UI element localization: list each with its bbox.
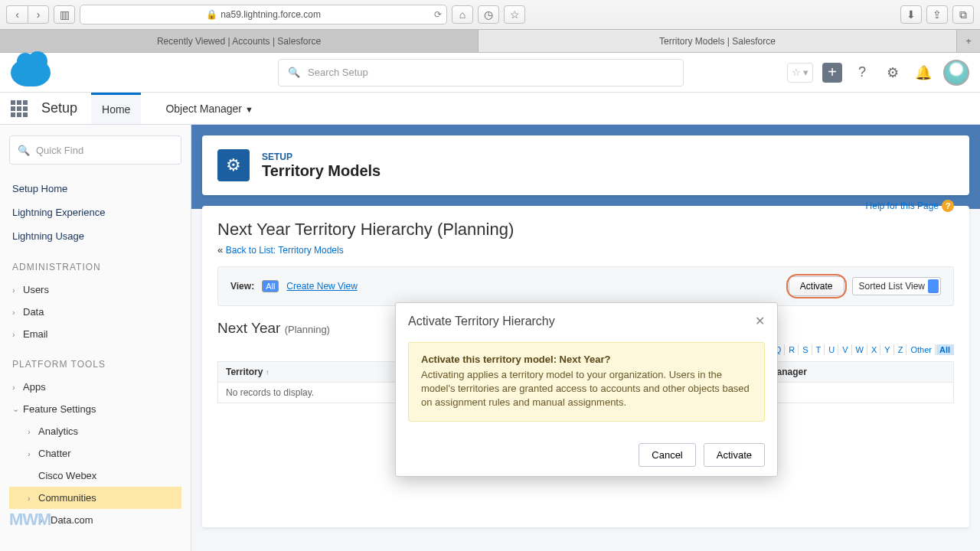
sidebar-item-communities[interactable]: ›Communities xyxy=(9,487,181,509)
chevron-right-icon: › xyxy=(12,285,23,295)
sidebar-item-analytics[interactable]: ›Analytics xyxy=(9,420,181,442)
lock-icon: 🔒 xyxy=(206,9,217,20)
back-link-row: « Back to List: Territory Models xyxy=(217,244,954,256)
chevron-right-icon: › xyxy=(12,383,23,392)
setup-sidebar: 🔍 Quick Find Setup Home Lightning Experi… xyxy=(0,125,191,551)
sidebar-section-platform-tools: PLATFORM TOOLS xyxy=(12,359,178,370)
modal-warning-title: Activate this territory model: Next Year… xyxy=(421,354,752,365)
browser-tabs-button[interactable]: ⧉ xyxy=(952,5,974,24)
sidebar-link-lightning-experience[interactable]: Lightning Experience xyxy=(9,201,181,224)
record-title: Next Year Territory Hierarchy (Planning) xyxy=(217,220,954,240)
url-text: na59.lightning.force.com xyxy=(220,9,321,20)
browser-history-button[interactable]: ◷ xyxy=(478,5,499,24)
chevron-right-icon: › xyxy=(28,494,38,503)
alpha-index-item[interactable]: Y xyxy=(881,344,893,355)
notifications-bell-icon[interactable]: 🔔 xyxy=(913,62,934,83)
global-search-input[interactable]: 🔍 Search Setup xyxy=(278,59,684,86)
browser-bookmark-button[interactable]: ☆ xyxy=(504,5,525,24)
help-icon: ? xyxy=(942,200,954,212)
alpha-index-item[interactable]: Z xyxy=(895,344,907,355)
chevron-right-icon: › xyxy=(28,427,38,436)
alpha-index-item[interactable]: W xyxy=(853,344,867,355)
sidebar-item-cisco-webex[interactable]: Cisco Webex xyxy=(9,465,181,487)
modal-title: Activate Territory Hierarchy xyxy=(408,315,555,328)
nav-tab-home[interactable]: Home xyxy=(91,93,141,124)
alpha-index-item[interactable]: V xyxy=(839,344,851,355)
sidebar-item-email[interactable]: ›Email xyxy=(9,323,181,345)
sorted-list-view-select[interactable]: Sorted List View xyxy=(852,277,942,295)
view-toolbar: View: All Create New View Run Assignment… xyxy=(217,266,954,306)
alpha-index-item[interactable]: All xyxy=(936,344,954,355)
sidebar-item-apps[interactable]: ›Apps xyxy=(9,376,181,398)
app-launcher-icon[interactable] xyxy=(11,100,28,117)
back-to-list-link[interactable]: Back to List: Territory Models xyxy=(226,245,344,256)
setup-gear-icon[interactable]: ⚙ xyxy=(882,62,903,83)
sidebar-item-users[interactable]: ›Users xyxy=(9,279,181,301)
browser-nav-back-forward: ‹ › xyxy=(6,5,49,24)
sidebar-item-chatter[interactable]: ›Chatter xyxy=(9,442,181,465)
table-col-manager[interactable]: Manager xyxy=(762,362,954,383)
salesforce-logo-icon[interactable] xyxy=(11,59,51,86)
sidebar-section-administration: ADMINISTRATION xyxy=(12,262,178,272)
sidebar-item-data[interactable]: ›Data xyxy=(9,301,181,323)
alpha-index-item[interactable]: U xyxy=(825,344,838,355)
browser-downloads-button[interactable]: ⬇ xyxy=(900,5,922,24)
reload-icon[interactable]: ⟳ xyxy=(434,9,442,20)
quick-find-input[interactable]: 🔍 Quick Find xyxy=(9,135,181,165)
chevron-down-icon: ▼ xyxy=(245,105,253,114)
browser-tab[interactable]: Recently Viewed | Accounts | Salesforce xyxy=(0,30,479,52)
browser-sidebar-button[interactable]: ▥ xyxy=(54,5,75,24)
context-title: Setup xyxy=(41,100,77,116)
sidebar-item-feature-settings[interactable]: ⌄Feature Settings xyxy=(9,398,181,420)
activate-territory-modal: Activate Territory Hierarchy ✕ Activate … xyxy=(395,302,778,477)
alpha-index-item[interactable]: X xyxy=(868,344,880,355)
alpha-index-item[interactable]: R xyxy=(786,344,799,355)
view-select[interactable]: All xyxy=(262,280,279,292)
alpha-index-item[interactable]: T xyxy=(813,344,825,355)
sort-asc-icon: ↑ xyxy=(266,368,270,377)
global-header: 🔍 Search Setup ☆ ▾ + ? ⚙ 🔔 xyxy=(0,53,980,93)
modal-close-button[interactable]: ✕ xyxy=(755,314,765,328)
chevron-right-icon: › xyxy=(28,449,38,458)
chevron-right-icon: › xyxy=(12,330,23,339)
sidebar-link-setup-home[interactable]: Setup Home xyxy=(9,177,181,201)
context-nav-bar: Setup Home Object Manager▼ xyxy=(0,93,980,125)
browser-url-bar[interactable]: 🔒 na59.lightning.force.com ⟳ xyxy=(80,5,447,24)
chevron-right-icon: › xyxy=(12,308,23,317)
setup-gear-icon: ⚙ xyxy=(217,149,250,181)
chevron-down-icon: ⌄ xyxy=(12,404,23,414)
search-icon: 🔍 xyxy=(18,145,30,156)
sidebar-link-lightning-usage[interactable]: Lightning Usage xyxy=(9,224,181,248)
browser-home-button[interactable]: ⌂ xyxy=(452,5,473,24)
watermark: MWM xyxy=(9,510,51,530)
modal-cancel-button[interactable]: Cancel xyxy=(639,443,695,467)
help-icon[interactable]: ? xyxy=(851,62,873,83)
browser-back-button[interactable]: ‹ xyxy=(6,5,28,24)
browser-tab[interactable]: Territory Models | Salesforce xyxy=(479,30,957,52)
view-label: View: xyxy=(230,281,254,292)
browser-forward-button[interactable]: › xyxy=(28,5,49,24)
nav-tab-object-manager[interactable]: Object Manager▼ xyxy=(155,94,264,123)
modal-warning-box: Activate this territory model: Next Year… xyxy=(408,342,765,422)
create-new-view-link[interactable]: Create New View xyxy=(286,281,357,292)
activate-button[interactable]: Activate xyxy=(789,276,844,296)
browser-chrome: ‹ › ▥ 🔒 na59.lightning.force.com ⟳ ⌂ ◷ ☆… xyxy=(0,0,980,53)
browser-tab-strip: Recently Viewed | Accounts | Salesforce … xyxy=(0,29,980,52)
alpha-index-item[interactable]: S xyxy=(799,344,812,355)
alpha-index-item[interactable]: Other xyxy=(907,344,936,355)
modal-warning-body: Activating applies a territory model to … xyxy=(421,368,752,410)
search-icon: 🔍 xyxy=(288,67,300,78)
global-actions-button[interactable]: + xyxy=(822,63,842,83)
page-eyebrow: SETUP xyxy=(262,152,381,162)
browser-new-tab-button[interactable]: + xyxy=(957,30,980,52)
page-title: Territory Models xyxy=(262,162,381,180)
search-placeholder: Search Setup xyxy=(308,67,368,78)
favorites-button[interactable]: ☆ ▾ xyxy=(787,63,813,83)
modal-activate-button[interactable]: Activate xyxy=(704,443,765,467)
page-header: ⚙ SETUP Territory Models xyxy=(202,135,969,195)
browser-share-button[interactable]: ⇪ xyxy=(926,5,948,24)
avatar[interactable] xyxy=(943,60,969,86)
help-link[interactable]: Help for this Page? xyxy=(866,200,954,212)
